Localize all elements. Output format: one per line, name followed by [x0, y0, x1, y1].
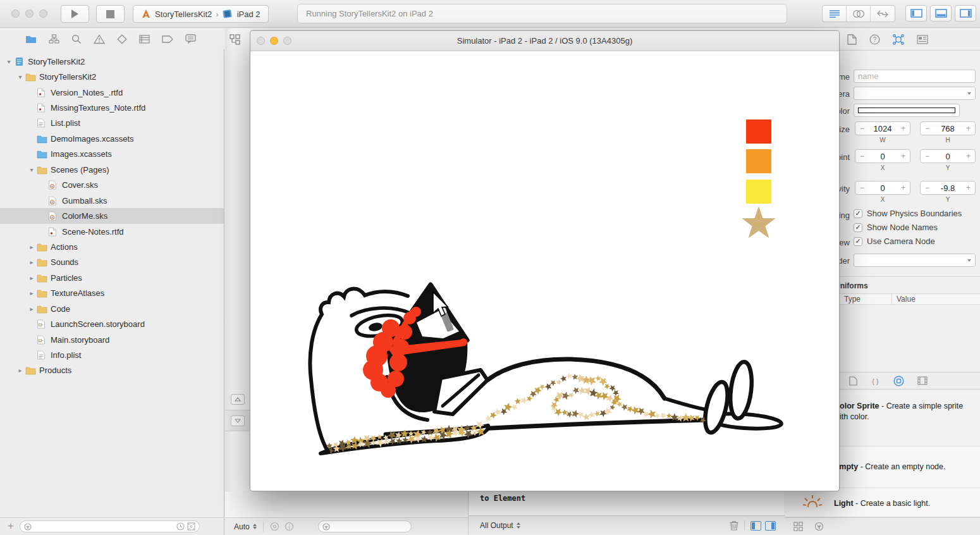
name-field[interactable]: name: [854, 70, 976, 83]
navigator-filter-field[interactable]: [20, 520, 200, 532]
object-library-icon[interactable]: [893, 376, 904, 386]
tree-row-list-plist[interactable]: List.plist: [0, 116, 224, 131]
disclosure-triangle[interactable]: ▾: [5, 58, 13, 65]
anchor-x-stepper[interactable]: −0+: [855, 149, 910, 163]
simulator-screen[interactable]: [250, 51, 839, 491]
shader-dropdown[interactable]: [854, 254, 976, 267]
disclosure-triangle[interactable]: ▸: [28, 305, 35, 312]
tree-row-particles[interactable]: ▸Particles: [0, 270, 224, 285]
info-icon[interactable]: i: [285, 522, 294, 531]
coloring-drawing[interactable]: [302, 265, 795, 474]
show-console-button[interactable]: [765, 521, 776, 531]
disclosure-triangle[interactable]: ▸: [28, 290, 35, 297]
code-snippets-icon[interactable]: { }: [871, 376, 880, 386]
disclosure-triangle[interactable]: ▸: [28, 243, 35, 250]
palette-swatch-star[interactable]: [740, 204, 778, 241]
color-well[interactable]: [854, 104, 960, 117]
tree-row-sounds[interactable]: ▸Sounds: [0, 255, 224, 270]
simulator-title-bar[interactable]: Simulator - iPad 2 - iPad 2 / iOS 9.0 (1…: [250, 31, 839, 51]
quickhelp-list-icon[interactable]: [917, 35, 928, 44]
disclosure-triangle[interactable]: ▾: [16, 73, 24, 80]
expand-down-button[interactable]: [231, 415, 245, 426]
disclosure-triangle[interactable]: ▾: [28, 166, 35, 173]
tree-row-scene-notes-rtfd[interactable]: Scene-Notes.rtfd: [0, 224, 224, 239]
size-height-stepper[interactable]: −768+: [920, 121, 976, 135]
camera-dropdown[interactable]: [854, 87, 976, 100]
gravity-x-stepper[interactable]: −0+: [855, 181, 910, 195]
disclosure-triangle[interactable]: ▸: [16, 367, 24, 374]
tree-row-missingtextures-note-rtfd[interactable]: MissingTextures_Note.rtfd: [0, 100, 224, 115]
variables-filter-field[interactable]: [318, 520, 412, 532]
file-inspector-icon[interactable]: [847, 34, 857, 45]
project-navigator-icon[interactable]: [25, 35, 37, 44]
use-camera-node-checkbox[interactable]: ✓Use Camera Node: [854, 237, 935, 246]
tree-row-demoimages-xcassets[interactable]: DemoImages.xcassets: [0, 131, 224, 146]
disclosure-triangle[interactable]: ▸: [28, 259, 35, 266]
tree-row-scenes-pages-[interactable]: ▾Scenes (Pages): [0, 162, 224, 177]
toggle-navigator-button[interactable]: [905, 5, 927, 22]
anchor-y-stepper[interactable]: −0+: [920, 149, 976, 163]
palette-swatch-orange[interactable]: [746, 149, 771, 173]
tree-row-info-plist[interactable]: Info.plist: [0, 347, 224, 362]
tree-row-storytellerskit2[interactable]: ▾StoryTellersKit2: [0, 69, 224, 84]
file-templates-icon[interactable]: [849, 376, 857, 386]
window-zoom-button[interactable]: [39, 9, 47, 18]
version-editor-button[interactable]: [871, 6, 895, 22]
window-minimize-button[interactable]: [25, 9, 34, 18]
tree-row-storytellerskit2[interactable]: ▾StoryTellersKit2: [0, 54, 224, 69]
tree-row-images-xcassets[interactable]: Images.xcassets: [0, 147, 224, 162]
show-variables-view-button[interactable]: [750, 521, 761, 531]
tree-row-code[interactable]: ▸Code: [0, 301, 224, 316]
run-button[interactable]: [61, 5, 89, 23]
debug-navigator-icon[interactable]: [139, 35, 150, 44]
tree-row-products[interactable]: ▸Products: [0, 363, 224, 378]
sim-minimize-button[interactable]: [270, 37, 278, 45]
sim-zoom-button[interactable]: [283, 37, 291, 45]
console-output[interactable]: to Element All Output: [468, 491, 784, 535]
tree-row-gumball-sks[interactable]: Gumball.sks: [0, 193, 224, 208]
library-filter-icon[interactable]: [814, 522, 824, 531]
expand-up-button[interactable]: [231, 394, 245, 405]
attributes-inspector-icon[interactable]: [893, 34, 904, 45]
assistant-editor-button[interactable]: [847, 6, 871, 22]
tree-row-textureatlases[interactable]: ▸TextureAtlases: [0, 286, 224, 301]
trash-icon[interactable]: [730, 520, 738, 531]
tree-row-main-storyboard[interactable]: Main.storyboard: [0, 332, 224, 347]
issue-navigator-icon[interactable]: [94, 34, 105, 44]
palette-swatch-red[interactable]: [746, 120, 771, 144]
help-inspector-icon[interactable]: ?: [869, 34, 880, 45]
find-navigator-icon[interactable]: [71, 34, 82, 44]
standard-editor-button[interactable]: [823, 6, 847, 22]
toggle-debug-area-button[interactable]: [930, 5, 952, 22]
disclosure-triangle[interactable]: ▸: [28, 274, 35, 281]
test-navigator-icon[interactable]: [117, 34, 127, 44]
add-button[interactable]: +: [8, 520, 14, 532]
watch-icon[interactable]: [270, 522, 279, 531]
toggle-inspector-button[interactable]: [955, 5, 976, 22]
symbol-navigator-icon[interactable]: [49, 34, 59, 44]
scheme-selector[interactable]: StoryTellersKit2 › iPad 2: [133, 5, 269, 23]
show-physics-boundaries-checkbox[interactable]: ✓Show Physics Boundaries: [854, 209, 962, 218]
console-filter-selector[interactable]: All Output: [480, 521, 520, 530]
sim-close-button[interactable]: [257, 37, 265, 45]
tree-row-version-notes-rtfd[interactable]: Version_Notes_.rtfd: [0, 85, 224, 100]
gravity-y-stepper[interactable]: −-9.8+: [920, 181, 976, 195]
scm-status-icon[interactable]: [187, 522, 195, 531]
tree-row-colorme-sks[interactable]: ColorMe.sks: [0, 208, 224, 223]
recents-clock-icon[interactable]: [176, 522, 185, 531]
library-item-light[interactable]: Light - Create a basic light.: [784, 488, 980, 517]
window-close-button[interactable]: [11, 9, 20, 18]
tree-row-cover-sks[interactable]: Cover.sks: [0, 178, 224, 193]
tree-row-actions[interactable]: ▸Actions: [0, 239, 224, 254]
grid-view-icon[interactable]: [793, 522, 803, 531]
variables-scope-selector[interactable]: Auto: [234, 522, 257, 531]
tree-row-launchscreen-storyboard[interactable]: LaunchScreen.storyboard: [0, 316, 224, 331]
related-items-icon[interactable]: [230, 34, 240, 45]
size-width-stepper[interactable]: −1024+: [855, 121, 910, 135]
show-node-names-checkbox[interactable]: ✓Show Node Names: [854, 223, 938, 232]
simulator-window[interactable]: Simulator - iPad 2 - iPad 2 / iOS 9.0 (1…: [250, 30, 840, 491]
palette-swatch-yellow[interactable]: [746, 180, 771, 204]
stop-button[interactable]: [96, 5, 125, 23]
report-navigator-icon[interactable]: [185, 34, 196, 44]
breakpoint-navigator-icon[interactable]: [162, 35, 173, 43]
